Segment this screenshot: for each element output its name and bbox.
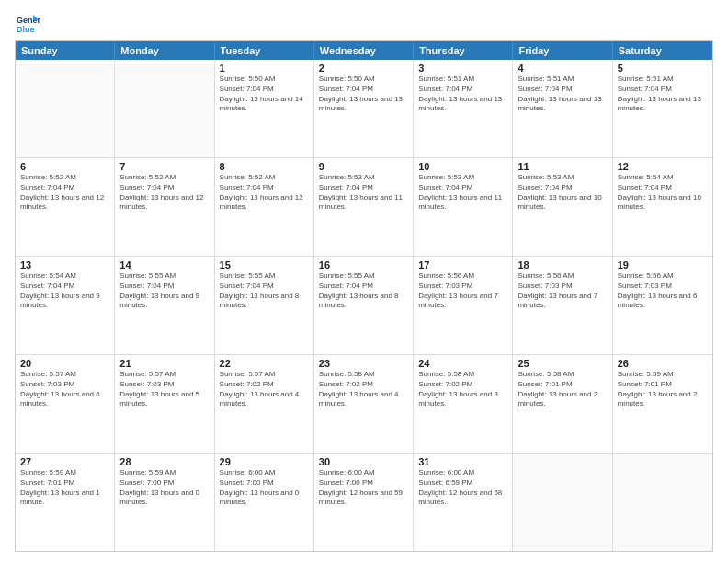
day-number: 3 xyxy=(418,63,507,74)
day-info: Sunrise: 5:55 AM Sunset: 7:04 PM Dayligh… xyxy=(119,271,209,311)
calendar-day-25: 25Sunrise: 5:58 AM Sunset: 7:01 PM Dayli… xyxy=(513,355,612,453)
day-number: 4 xyxy=(518,63,607,74)
day-info: Sunrise: 5:55 AM Sunset: 7:04 PM Dayligh… xyxy=(319,271,408,311)
day-info: Sunrise: 5:53 AM Sunset: 7:04 PM Dayligh… xyxy=(319,173,408,213)
logo: General Blue xyxy=(15,11,44,37)
day-number: 6 xyxy=(20,161,109,172)
day-number: 14 xyxy=(119,259,209,270)
calendar-empty-cell xyxy=(16,60,115,157)
calendar-day-27: 27Sunrise: 5:59 AM Sunset: 7:01 PM Dayli… xyxy=(16,454,115,551)
calendar-row-5: 27Sunrise: 5:59 AM Sunset: 7:01 PM Dayli… xyxy=(16,454,712,551)
calendar-day-26: 26Sunrise: 5:59 AM Sunset: 7:01 PM Dayli… xyxy=(613,355,712,453)
day-number: 17 xyxy=(418,259,507,270)
day-info: Sunrise: 5:54 AM Sunset: 7:04 PM Dayligh… xyxy=(618,173,708,213)
calendar-row-2: 6Sunrise: 5:52 AM Sunset: 7:04 PM Daylig… xyxy=(16,158,712,257)
calendar-day-12: 12Sunrise: 5:54 AM Sunset: 7:04 PM Dayli… xyxy=(613,158,712,256)
day-number: 5 xyxy=(618,63,708,74)
calendar-empty-cell xyxy=(115,60,214,157)
page: General Blue SundayMondayTuesdayWednesda… xyxy=(0,0,728,563)
day-number: 15 xyxy=(220,259,309,270)
day-number: 11 xyxy=(518,161,607,172)
header-day-sunday: Sunday xyxy=(16,41,115,60)
day-info: Sunrise: 5:53 AM Sunset: 7:04 PM Dayligh… xyxy=(518,173,607,213)
day-number: 8 xyxy=(220,161,309,172)
calendar-empty-cell xyxy=(513,454,612,551)
header: General Blue xyxy=(15,11,713,37)
day-number: 25 xyxy=(518,358,607,369)
day-info: Sunrise: 5:51 AM Sunset: 7:04 PM Dayligh… xyxy=(618,75,708,114)
header-day-monday: Monday xyxy=(115,41,214,60)
calendar: SundayMondayTuesdayWednesdayThursdayFrid… xyxy=(15,40,713,552)
day-info: Sunrise: 5:56 AM Sunset: 7:03 PM Dayligh… xyxy=(618,271,708,311)
day-number: 2 xyxy=(319,63,408,74)
day-info: Sunrise: 5:55 AM Sunset: 7:04 PM Dayligh… xyxy=(220,271,309,311)
day-number: 20 xyxy=(20,358,109,369)
day-info: Sunrise: 5:58 AM Sunset: 7:01 PM Dayligh… xyxy=(518,370,607,409)
day-number: 31 xyxy=(418,456,507,467)
header-day-tuesday: Tuesday xyxy=(215,41,314,60)
day-number: 27 xyxy=(20,456,109,467)
calendar-header: SundayMondayTuesdayWednesdayThursdayFrid… xyxy=(16,41,712,60)
calendar-day-13: 13Sunrise: 5:54 AM Sunset: 7:04 PM Dayli… xyxy=(16,257,115,354)
day-info: Sunrise: 5:57 AM Sunset: 7:03 PM Dayligh… xyxy=(119,370,209,409)
calendar-day-16: 16Sunrise: 5:55 AM Sunset: 7:04 PM Dayli… xyxy=(314,257,414,354)
day-info: Sunrise: 5:54 AM Sunset: 7:04 PM Dayligh… xyxy=(20,271,109,311)
calendar-day-10: 10Sunrise: 5:53 AM Sunset: 7:04 PM Dayli… xyxy=(414,158,513,256)
day-number: 16 xyxy=(319,259,408,270)
day-info: Sunrise: 5:52 AM Sunset: 7:04 PM Dayligh… xyxy=(119,173,209,213)
day-info: Sunrise: 5:59 AM Sunset: 7:00 PM Dayligh… xyxy=(119,468,209,508)
calendar-day-17: 17Sunrise: 5:56 AM Sunset: 7:03 PM Dayli… xyxy=(414,257,513,354)
calendar-empty-cell xyxy=(613,454,712,551)
day-info: Sunrise: 6:00 AM Sunset: 7:00 PM Dayligh… xyxy=(319,468,408,508)
calendar-day-14: 14Sunrise: 5:55 AM Sunset: 7:04 PM Dayli… xyxy=(115,257,214,354)
calendar-row-3: 13Sunrise: 5:54 AM Sunset: 7:04 PM Dayli… xyxy=(16,257,712,355)
calendar-day-29: 29Sunrise: 6:00 AM Sunset: 7:00 PM Dayli… xyxy=(215,454,314,551)
calendar-body: 1Sunrise: 5:50 AM Sunset: 7:04 PM Daylig… xyxy=(16,60,712,551)
calendar-day-8: 8Sunrise: 5:52 AM Sunset: 7:04 PM Daylig… xyxy=(215,158,314,256)
day-number: 22 xyxy=(220,358,309,369)
calendar-day-6: 6Sunrise: 5:52 AM Sunset: 7:04 PM Daylig… xyxy=(16,158,115,256)
day-number: 30 xyxy=(319,456,408,467)
day-info: Sunrise: 5:52 AM Sunset: 7:04 PM Dayligh… xyxy=(220,173,309,213)
day-number: 9 xyxy=(319,161,408,172)
day-info: Sunrise: 5:53 AM Sunset: 7:04 PM Dayligh… xyxy=(418,173,507,213)
day-info: Sunrise: 6:00 AM Sunset: 7:00 PM Dayligh… xyxy=(220,468,309,508)
day-info: Sunrise: 5:58 AM Sunset: 7:02 PM Dayligh… xyxy=(319,370,408,409)
day-number: 18 xyxy=(518,259,607,270)
calendar-day-31: 31Sunrise: 6:00 AM Sunset: 6:59 PM Dayli… xyxy=(414,454,513,551)
day-number: 10 xyxy=(418,161,507,172)
calendar-day-21: 21Sunrise: 5:57 AM Sunset: 7:03 PM Dayli… xyxy=(115,355,214,453)
logo-icon: General Blue xyxy=(15,11,40,37)
calendar-day-7: 7Sunrise: 5:52 AM Sunset: 7:04 PM Daylig… xyxy=(115,158,214,256)
day-info: Sunrise: 5:51 AM Sunset: 7:04 PM Dayligh… xyxy=(418,75,507,114)
calendar-day-28: 28Sunrise: 5:59 AM Sunset: 7:00 PM Dayli… xyxy=(115,454,214,551)
day-number: 21 xyxy=(119,358,209,369)
calendar-day-1: 1Sunrise: 5:50 AM Sunset: 7:04 PM Daylig… xyxy=(215,60,314,157)
day-info: Sunrise: 5:51 AM Sunset: 7:04 PM Dayligh… xyxy=(518,75,607,114)
day-number: 23 xyxy=(319,358,408,369)
calendar-row-4: 20Sunrise: 5:57 AM Sunset: 7:03 PM Dayli… xyxy=(16,355,712,454)
day-number: 26 xyxy=(618,358,708,369)
day-number: 29 xyxy=(220,456,309,467)
day-info: Sunrise: 5:56 AM Sunset: 7:03 PM Dayligh… xyxy=(418,271,507,311)
calendar-day-5: 5Sunrise: 5:51 AM Sunset: 7:04 PM Daylig… xyxy=(613,60,712,157)
day-info: Sunrise: 5:58 AM Sunset: 7:02 PM Dayligh… xyxy=(418,370,507,409)
day-info: Sunrise: 5:59 AM Sunset: 7:01 PM Dayligh… xyxy=(618,370,708,409)
calendar-day-11: 11Sunrise: 5:53 AM Sunset: 7:04 PM Dayli… xyxy=(513,158,612,256)
calendar-day-4: 4Sunrise: 5:51 AM Sunset: 7:04 PM Daylig… xyxy=(513,60,612,157)
header-day-wednesday: Wednesday xyxy=(314,41,414,60)
day-info: Sunrise: 5:57 AM Sunset: 7:03 PM Dayligh… xyxy=(20,370,109,409)
calendar-day-2: 2Sunrise: 5:50 AM Sunset: 7:04 PM Daylig… xyxy=(314,60,414,157)
day-number: 13 xyxy=(20,259,109,270)
day-number: 7 xyxy=(119,161,209,172)
calendar-day-18: 18Sunrise: 5:56 AM Sunset: 7:03 PM Dayli… xyxy=(513,257,612,354)
calendar-day-22: 22Sunrise: 5:57 AM Sunset: 7:02 PM Dayli… xyxy=(215,355,314,453)
calendar-day-24: 24Sunrise: 5:58 AM Sunset: 7:02 PM Dayli… xyxy=(414,355,513,453)
calendar-row-1: 1Sunrise: 5:50 AM Sunset: 7:04 PM Daylig… xyxy=(16,60,712,158)
day-number: 1 xyxy=(220,63,309,74)
calendar-day-3: 3Sunrise: 5:51 AM Sunset: 7:04 PM Daylig… xyxy=(414,60,513,157)
day-number: 19 xyxy=(618,259,708,270)
header-day-saturday: Saturday xyxy=(613,41,712,60)
header-day-friday: Friday xyxy=(513,41,612,60)
calendar-day-23: 23Sunrise: 5:58 AM Sunset: 7:02 PM Dayli… xyxy=(314,355,414,453)
